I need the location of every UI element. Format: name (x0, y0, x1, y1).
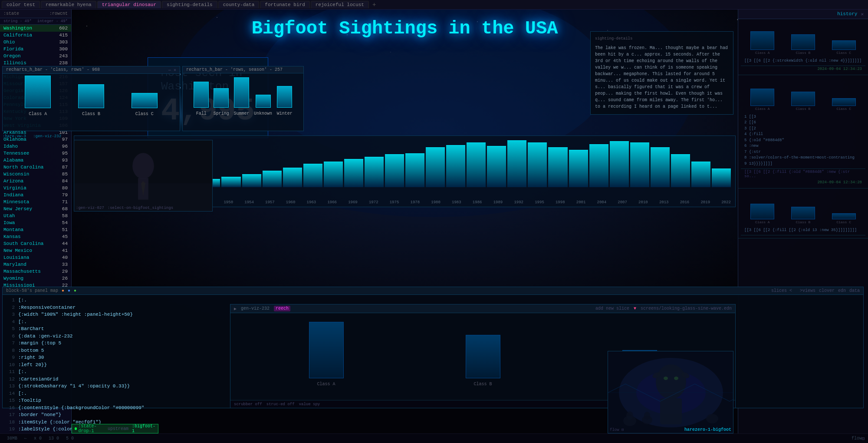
state-row-iowa[interactable]: Iowa54 (0, 219, 71, 226)
timeline-bar-26 (610, 141, 629, 187)
timeline-bar-14 (365, 157, 384, 187)
bar-fall: Fall (194, 82, 209, 116)
history-code-expanded: 1 [[3 2 [[6 3 [[2 4 {:fill 5 {:old "#888… (741, 112, 865, 169)
status-13: 13 0 (45, 436, 62, 441)
tab-sighting-details[interactable]: sighting-details (162, 1, 217, 8)
tab-rejoiceful-locust[interactable]: rejoiceful locust (311, 1, 369, 8)
add-tab-button[interactable]: + (370, 1, 378, 8)
timeline-bar-12 (324, 162, 343, 187)
panel-indicator: :state-drop-1 upstream :bigfoot-1 (72, 424, 158, 433)
svg-rect-19 (660, 398, 682, 424)
state-row-washington[interactable]: Washington602 (0, 25, 71, 32)
class-chart-panel: recharts_h_bar - 'class, rows' - 968 — ✕… (2, 66, 180, 131)
state-row-idaho[interactable]: Idaho96 (0, 143, 71, 150)
state-row-louisiana[interactable]: Louisiana40 (0, 254, 71, 261)
status-5: 5 0 (62, 436, 77, 441)
state-row-new-mexico[interactable]: New Mexico41 (0, 247, 71, 254)
state-row-north-carolina[interactable]: North Carolina87 (0, 164, 71, 171)
timeline-bar-11 (303, 164, 322, 187)
state-row-alabama[interactable]: Alabama93 (0, 157, 71, 164)
state-row-arizona[interactable]: Arizona84 (0, 178, 71, 185)
state-row-utah[interactable]: Utah58 (0, 212, 71, 219)
bottom-charts-header: ▶ gen-viz-232 reech add new slice ▼ scre… (230, 304, 735, 313)
state-row-oregon[interactable]: Oregon243 (0, 53, 71, 60)
select-sightings-label: :select-on-bigfoot_sightings (108, 206, 173, 210)
history-bars-2: Class A Class B Class C (741, 78, 865, 112)
code-panel-header: block-58's panel map ● ● ● slices < >vie… (3, 287, 863, 295)
bar-class-c-rect (132, 93, 158, 108)
state-row-california[interactable]: California415 (0, 32, 71, 39)
history-block-3: Class A Class B Class C [[3 [[6 [[2 {:fi… (738, 188, 868, 238)
reech-node-label: :hare-vw-3 :gen-viz-232 (3, 134, 61, 139)
history-code-1: [[3 [[6 [[2 {:strokeWidth {:old nil :new… (741, 56, 865, 66)
col-state-label: :state (3, 11, 19, 16)
state-row-illinois[interactable]: Illinois238 (0, 60, 71, 66)
season-chart-inner: Fall Spring Summer Unknown Winter (183, 73, 303, 129)
state-row-new-jersey[interactable]: New Jersey68 (0, 205, 71, 212)
state-row-indiana[interactable]: Indiana79 (0, 192, 71, 198)
status-arrow: ← (21, 436, 30, 441)
timeline-bar-18 (446, 145, 465, 187)
col-count-label: :rowcnt (49, 11, 68, 16)
bar-class-b-rect (78, 84, 104, 108)
timeline-bar-15 (385, 154, 404, 187)
state-row-maryland[interactable]: Maryland33 (0, 261, 71, 268)
timeline-bar-23 (548, 147, 567, 187)
season-chart-panel: recharts_h_bar - 'rows, season' - 257 Fa… (182, 66, 304, 131)
history-code-2: [[3 [[6 [[2 {:fill {:old "#8884d8" :new … (741, 169, 865, 179)
history-close[interactable]: ✕ (861, 11, 864, 17)
panel-dot (75, 427, 77, 430)
history-header: history ✕ (738, 10, 868, 19)
tab-color-test[interactable]: color test (2, 1, 40, 8)
season-chart-title: recharts_h_bar - 'rows, season' - 257 (183, 66, 303, 73)
state-row-virginia[interactable]: Virginia80 (0, 185, 71, 192)
svg-point-18 (656, 364, 686, 399)
svg-point-21 (674, 377, 678, 380)
state-row-florida[interactable]: Florida300 (0, 46, 71, 53)
main-area: :state :rowcnt string · 49* integer · 49… (0, 10, 868, 443)
timeline-bar-24 (569, 150, 588, 187)
state-row-montana[interactable]: Montana51 (0, 226, 71, 233)
bar-unknown: Unknown (254, 95, 272, 116)
state-row-south-carolina[interactable]: South Carolina44 (0, 240, 71, 247)
image-panel-label: flow ⊡ (610, 427, 624, 432)
state-row-minnesota[interactable]: Minnesota71 (0, 198, 71, 205)
tab-bar: color test remarkable hyena triangular d… (0, 0, 868, 10)
state-row-ohio[interactable]: Ohio303 (0, 39, 71, 46)
video-scene (74, 140, 212, 212)
memory-indicator: 38MB (3, 436, 21, 441)
state-row-tennessee[interactable]: Tennessee95 (0, 150, 71, 157)
svg-point-25 (626, 411, 633, 420)
bottom-bar-b: Class B (466, 335, 500, 387)
timeline-bar-29 (671, 154, 690, 187)
tab-triangular-dinosaur[interactable]: triangular dinosaur (97, 1, 161, 8)
status-x: x 0 (30, 436, 45, 441)
tab-fortunate-bird[interactable]: fortunate bird (260, 1, 309, 8)
timeline-bar-9 (263, 171, 282, 187)
bar-winter: Winter (277, 86, 293, 116)
tab-remarkable-hyena[interactable]: remarkable hyena (41, 1, 96, 8)
history-timestamp-1: 2024-09-04 12:34:23 (741, 66, 865, 72)
sidebar-header: :state :rowcnt (0, 10, 71, 18)
timeline-bar-22 (528, 142, 547, 187)
timeline-bar-25 (589, 144, 608, 187)
creature-image-panel: flow ⊡ harezero-1-bigfoot (608, 351, 733, 433)
state-row-wyoming[interactable]: Wyoming26 (0, 275, 71, 282)
timeline-bar-8 (242, 174, 261, 187)
bar-summer: Summer (233, 77, 249, 116)
svg-point-27 (644, 412, 650, 420)
state-row-massachusetts[interactable]: Massachusetts29 (0, 268, 71, 275)
class-chart-inner: Class A Class B Class C (3, 74, 180, 129)
code-line-1: 1[:. (6, 297, 860, 304)
bar-class-a-rect (25, 76, 51, 108)
timeline-bar-17 (426, 147, 445, 187)
bar-class-c: Class C (132, 93, 158, 116)
timeline-bar-27 (630, 142, 649, 187)
gen-viz-label: :gen-viz-027 (76, 206, 104, 210)
tab-county-data[interactable]: county-data (218, 1, 260, 8)
timeline-bar-28 (651, 147, 670, 187)
state-list: Washington602California415Ohio303Florida… (0, 25, 71, 296)
state-row-wisconsin[interactable]: Wisconsin85 (0, 171, 71, 178)
class-chart-title: recharts_h_bar - 'class, rows' - 968 — ✕ (3, 66, 180, 74)
state-row-kansas[interactable]: Kansas45 (0, 233, 71, 240)
